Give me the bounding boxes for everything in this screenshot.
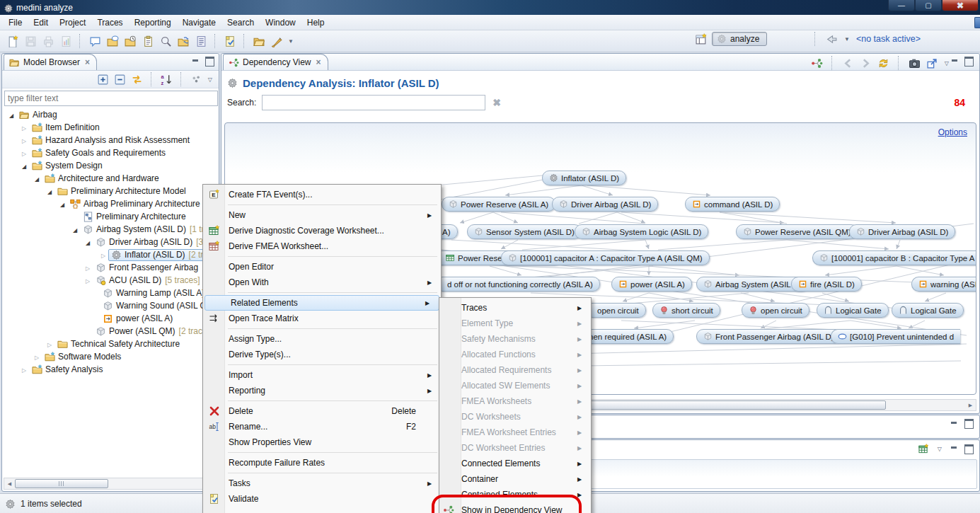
tree-item[interactable]: Power (ASIL QM) [2 traces] — [2, 325, 219, 338]
menu-item[interactable]: Search — [221, 16, 260, 30]
tree-expander-icon[interactable] — [83, 263, 93, 272]
tab-dependency-view[interactable]: Dependency View × — [223, 54, 328, 70]
context-menu-item[interactable]: Related Elements ▶ — [204, 295, 439, 311]
maximize-view-icon[interactable] — [964, 444, 974, 454]
maximize-view-icon[interactable] — [964, 419, 974, 429]
graph-node[interactable]: Power Reserve (ASIL QM) — [736, 224, 858, 239]
folder-comment-icon[interactable] — [104, 33, 122, 50]
context-menu-item[interactable]: Reporting ▶ — [203, 383, 441, 398]
submenu-item[interactable]: Traces ▶ — [439, 300, 591, 316]
model-browser-hscrollbar[interactable]: ◀ — [4, 478, 217, 490]
task-dropdown-icon[interactable]: ▼ — [842, 36, 852, 42]
menu-item[interactable]: Traces — [91, 16, 128, 30]
context-menu-item[interactable]: Open With ▶ — [203, 275, 441, 290]
folder-history-icon[interactable] — [122, 33, 139, 50]
tree-expander-icon[interactable] — [70, 224, 80, 234]
tree-expander-icon[interactable] — [32, 352, 42, 362]
tree-expander-icon[interactable] — [19, 135, 29, 145]
submenu-item[interactable]: Allocated SW Elements ▶ — [439, 378, 591, 393]
tree-item[interactable]: Software Models — [2, 350, 219, 363]
graph-node[interactable]: command (ASIL D) — [685, 197, 780, 212]
graph-node[interactable]: Logical Gate — [892, 303, 964, 318]
edit-table-icon[interactable] — [918, 444, 929, 454]
save-icon[interactable] — [22, 33, 40, 50]
close-tab-icon[interactable]: × — [85, 57, 90, 67]
refresh-icon[interactable] — [876, 57, 892, 69]
filter-input[interactable] — [4, 91, 218, 106]
tree-expander-icon[interactable] — [19, 148, 29, 158]
tree-item[interactable]: Item Definition — [2, 121, 219, 134]
graph-node[interactable]: Driver Airbag (ASIL D) — [552, 197, 658, 212]
graph-node[interactable]: short circuit — [652, 303, 720, 318]
graph-node[interactable]: d off or not functioning correctly (ASIL… — [440, 277, 600, 292]
context-menu-item[interactable] — [203, 326, 441, 331]
submenu-item[interactable]: Safety Mechanisms ▶ — [439, 331, 591, 347]
clipboard-icon[interactable] — [139, 33, 157, 50]
maximize-view-icon[interactable] — [964, 57, 974, 67]
submenu-item[interactable]: FMEA Worksheets ▶ — [439, 393, 591, 409]
search-input[interactable] — [262, 95, 485, 110]
tree-item[interactable]: Front Passenger Airbag — [2, 261, 219, 274]
context-menu-item[interactable]: Open Editor — [203, 259, 441, 275]
tab-model-browser[interactable]: Model Browser × — [4, 54, 97, 70]
folder-sync-icon[interactable] — [175, 33, 192, 50]
open-perspective-icon[interactable] — [696, 33, 708, 45]
validate-icon[interactable] — [221, 33, 239, 50]
collapse-all-icon[interactable] — [113, 72, 128, 86]
context-menu-item[interactable]: Open Trace Matrix — [203, 311, 441, 326]
graph-node[interactable]: warning (ASIL — [911, 277, 976, 292]
tree-expander-icon[interactable] — [98, 250, 108, 260]
tree-expander-icon[interactable] — [32, 173, 42, 183]
tree-item[interactable]: Warning Lamp (ASIL A) — [2, 287, 219, 299]
tree-expander-icon[interactable] — [45, 186, 54, 196]
graph-node[interactable]: Power Reserve (ASIL A) — [442, 197, 555, 212]
tree-item[interactable]: Safety Goals and Requirements — [2, 146, 219, 159]
menu-item[interactable]: Window — [260, 16, 301, 30]
submenu-item[interactable]: DC Worksheets ▶ — [439, 409, 591, 425]
dependency-icon[interactable] — [809, 57, 825, 69]
submenu-item[interactable]: Connected Elements ▶ — [439, 456, 591, 471]
graph-node[interactable]: Driver Airbag (ASIL D) — [849, 224, 955, 239]
tree-item[interactable]: Airbag Preliminary Architecture — [2, 197, 219, 210]
graph-node[interactable]: [100001] capacitor B : Capacitor Type A … — [812, 250, 976, 265]
tree-item[interactable]: Preliminary Architecture — [2, 210, 219, 223]
tree-expander-icon[interactable] — [19, 161, 29, 171]
maximize-view-icon[interactable] — [205, 57, 214, 67]
tree-item[interactable]: Hazard Analysis and Risk Assessment — [2, 134, 219, 146]
filters-icon[interactable] — [189, 72, 204, 86]
graph-node[interactable]: Front Passenger Airbag (ASIL D) — [696, 329, 841, 344]
context-menu-item[interactable] — [203, 254, 441, 259]
tree-item[interactable]: Architecture and Hardware — [2, 172, 219, 185]
options-link[interactable]: Options — [938, 127, 967, 137]
context-menu-item[interactable]: Validate — [203, 491, 441, 507]
tree-expander-icon[interactable] — [57, 199, 67, 209]
tree-expander-icon[interactable] — [6, 110, 16, 120]
snapshot-icon[interactable] — [907, 57, 923, 69]
submenu-item[interactable]: Container ▶ — [439, 471, 591, 487]
search-review-icon[interactable] — [157, 33, 175, 50]
menu-item[interactable]: Navigate — [177, 16, 221, 30]
submenu-item[interactable]: FMEA Worksheet Entries ▶ — [439, 425, 591, 440]
minimize-view-icon[interactable] — [951, 59, 959, 65]
submenu-item[interactable]: DC Worksheet Entries ▶ — [439, 440, 591, 456]
minimize-view-icon[interactable] — [192, 59, 200, 65]
context-menu-item[interactable]: Delete Delete — [203, 403, 441, 419]
context-menu-item[interactable]: Derive Type(s)... — [203, 347, 441, 362]
context-menu-item[interactable]: Create FTA Event(s)... — [203, 187, 441, 202]
context-menu-item[interactable]: Recompute Failure Rates — [203, 455, 441, 471]
tree-item[interactable]: Warning Sound (ASIL Q — [2, 299, 219, 312]
clear-search-icon[interactable]: ✖ — [492, 97, 501, 108]
context-menu-item[interactable] — [203, 202, 441, 207]
print-icon[interactable] — [40, 33, 57, 50]
graph-node[interactable]: Airbag System Logic (ASIL D) — [575, 224, 708, 239]
graph-node[interactable]: [100001] capacitor A : Capacitor Type A … — [501, 250, 710, 265]
graph-node[interactable]: Logical Gate — [817, 303, 889, 318]
nav-back-icon[interactable] — [841, 57, 856, 69]
new-wizard-icon[interactable] — [4, 33, 22, 50]
nav-forward-icon[interactable] — [858, 57, 874, 69]
close-button[interactable]: ✖ — [942, 0, 979, 11]
export-icon[interactable] — [925, 57, 940, 69]
menu-item[interactable]: Edit — [28, 16, 54, 30]
tree-expander-icon[interactable] — [45, 339, 54, 349]
scroll-right-icon[interactable]: ▶ — [965, 403, 976, 408]
